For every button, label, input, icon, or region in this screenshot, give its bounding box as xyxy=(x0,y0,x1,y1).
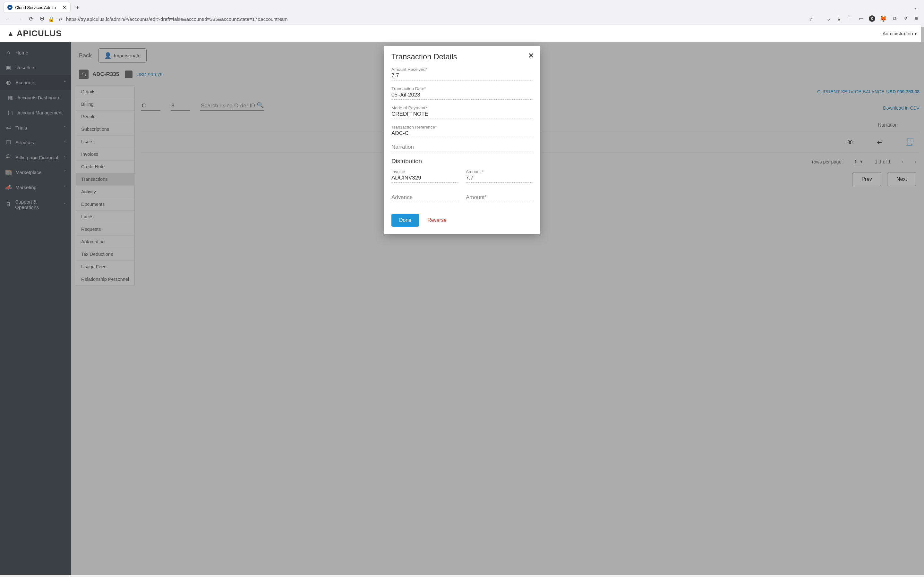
value-invoice: ADCINV329 xyxy=(391,175,458,183)
app-logo[interactable]: APICULUS xyxy=(7,29,62,39)
browser-toolbar: ← → ⟳ ⛨ 🔒 ⇄ https://try.apiculus.io/admi… xyxy=(0,13,924,25)
reverse-button[interactable]: Reverse xyxy=(427,218,447,223)
field-transaction-ref[interactable]: Transaction Reference* ADC-C xyxy=(391,125,533,138)
browser-chrome: ● Cloud Services Admin ✕ + ⌄ ← → ⟳ ⛨ 🔒 ⇄… xyxy=(0,0,924,25)
label-transaction-ref: Transaction Reference* xyxy=(391,125,533,129)
label-invoice: Invoice xyxy=(391,169,458,174)
lock-icon[interactable]: 🔒 xyxy=(48,16,55,22)
reader-icon[interactable]: ▭ xyxy=(858,15,864,22)
menu-icon[interactable]: ≡ xyxy=(913,15,919,22)
distribution-row-2: Advance Amount* xyxy=(391,194,533,208)
extensions-icon[interactable]: ⧩ xyxy=(902,15,909,22)
forward-icon[interactable]: → xyxy=(16,15,23,23)
value-mode-of-payment: CREDIT NOTE xyxy=(391,111,533,119)
logo-text: APICULUS xyxy=(17,29,62,39)
permissions-icon[interactable]: ⇄ xyxy=(57,16,63,22)
distribution-row-1: Invoice ADCINV329 Amount * 7.7 xyxy=(391,169,533,189)
ext-metamask-icon[interactable]: 🦊 xyxy=(880,15,887,23)
url-bar[interactable]: ⛨ 🔒 ⇄ https://try.apiculus.io/admin/#/ac… xyxy=(39,16,814,22)
value-amount-received: 7.7 xyxy=(391,73,533,81)
field-dist-amount[interactable]: Amount * 7.7 xyxy=(466,169,533,183)
downloads-icon[interactable]: ⭳ xyxy=(836,15,843,22)
tab-title: Cloud Services Admin xyxy=(15,5,56,10)
field-advance-amount[interactable]: Amount* xyxy=(466,194,533,202)
label-mode-of-payment: Mode of Payment* xyxy=(391,105,533,110)
new-tab-button[interactable]: + xyxy=(74,3,81,12)
tabs-overflow-icon[interactable]: ⌄ xyxy=(914,5,921,10)
modal-actions: Done Reverse xyxy=(391,214,533,227)
label-transaction-date: Transaction Date* xyxy=(391,86,533,91)
admin-label: Administration xyxy=(883,31,913,36)
field-mode-of-payment[interactable]: Mode of Payment* CREDIT NOTE xyxy=(391,105,533,119)
field-narration[interactable]: Narration xyxy=(391,144,533,152)
app-root: APICULUS Administration ▾ ⌂Home▣Reseller… xyxy=(0,25,924,575)
field-invoice[interactable]: Invoice ADCINV329 xyxy=(391,169,458,183)
placeholder-advance: Advance xyxy=(391,194,458,202)
tab-close-icon[interactable]: ✕ xyxy=(63,5,66,10)
browser-tab[interactable]: ● Cloud Services Admin ✕ xyxy=(3,2,71,13)
shield-icon[interactable]: ⛨ xyxy=(39,16,45,22)
ext-crop-icon[interactable]: ⧉ xyxy=(891,15,898,22)
reload-icon[interactable]: ⟳ xyxy=(27,15,35,23)
url-text: https://try.apiculus.io/admin/#/accounts… xyxy=(66,16,805,22)
logo-mark-icon xyxy=(7,29,15,38)
modal-overlay[interactable]: Transaction Details ✕ Amount Received* 7… xyxy=(0,42,924,575)
admin-dropdown[interactable]: Administration ▾ xyxy=(883,31,917,37)
favicon-icon: ● xyxy=(7,5,13,10)
placeholder-narration: Narration xyxy=(391,144,533,152)
label-amount-received: Amount Received* xyxy=(391,67,533,72)
field-advance[interactable]: Advance xyxy=(391,194,458,202)
chevron-down-icon: ▾ xyxy=(914,31,917,36)
app-header: APICULUS Administration ▾ xyxy=(0,25,924,42)
modal-title: Transaction Details xyxy=(391,52,533,61)
back-icon[interactable]: ← xyxy=(5,15,11,23)
field-amount-received[interactable]: Amount Received* 7.7 xyxy=(391,67,533,81)
done-button[interactable]: Done xyxy=(391,214,419,227)
toolbar-extensions: ⌄ ⭳ ⫼ ▭ K 🦊 ⧉ ⧩ ≡ xyxy=(825,15,919,23)
distribution-title: Distribution xyxy=(391,158,533,165)
bookshelf-icon[interactable]: ⫼ xyxy=(847,15,853,22)
transaction-details-modal: Transaction Details ✕ Amount Received* 7… xyxy=(384,46,540,234)
label-dist-amount: Amount * xyxy=(466,169,533,174)
modal-close-icon[interactable]: ✕ xyxy=(528,52,534,60)
ext-k-icon[interactable]: K xyxy=(869,15,875,22)
value-transaction-date: 05-Jul-2023 xyxy=(391,92,533,100)
value-dist-amount: 7.7 xyxy=(466,175,533,183)
tabstrip: ● Cloud Services Admin ✕ + ⌄ xyxy=(0,0,924,13)
star-icon[interactable]: ☆ xyxy=(808,16,814,22)
placeholder-advance-amount: Amount* xyxy=(466,194,533,202)
value-transaction-ref: ADC-C xyxy=(391,130,533,138)
field-transaction-date[interactable]: Transaction Date* 05-Jul-2023 xyxy=(391,86,533,100)
pocket-icon[interactable]: ⌄ xyxy=(825,15,832,22)
